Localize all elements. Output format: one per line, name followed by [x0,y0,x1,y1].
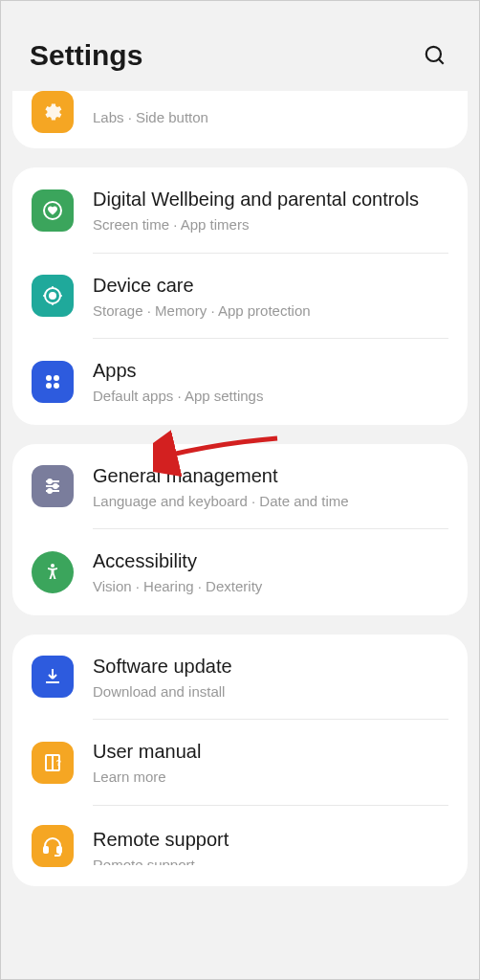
svg-point-15 [51,564,55,568]
item-subtitle: Download and install [93,682,448,702]
settings-item-digital-wellbeing[interactable]: Digital Wellbeing and parental controls … [12,167,468,254]
svg-rect-19 [44,847,48,853]
settings-section: Advanced features Labs · Side button [12,91,468,148]
settings-item-advanced-features[interactable]: Advanced features Labs · Side button [12,91,468,148]
manual-icon: ? [32,742,74,784]
device-care-icon [32,275,74,317]
settings-item-device-care[interactable]: Device care Storage · Memory · App prote… [12,254,468,340]
svg-rect-20 [57,847,61,853]
svg-line-1 [439,59,444,64]
svg-point-7 [46,383,52,389]
item-title: Accessibility [93,548,448,573]
svg-point-8 [54,383,59,389]
item-subtitle: Storage · Memory · App protection [93,301,448,321]
svg-point-14 [48,489,52,493]
gear-plus-icon [32,91,74,133]
settings-section: General management Language and keyboard… [12,444,468,615]
item-title: Apps [93,358,448,383]
svg-point-5 [46,375,52,381]
item-subtitle: Vision · Hearing · Dexterity [93,577,448,596]
settings-item-remote-support[interactable]: Remote support Remote support [12,806,468,886]
settings-item-accessibility[interactable]: Accessibility Vision · Hearing · Dexteri… [12,529,468,615]
page-title: Settings [30,39,142,72]
update-icon [32,656,74,698]
search-icon [423,43,447,68]
settings-item-apps[interactable]: Apps Default apps · App settings [12,339,468,425]
item-title: User manual [93,739,448,764]
item-subtitle: Learn more [93,768,448,787]
accessibility-icon [32,551,74,593]
sliders-icon [32,465,74,507]
item-title: Device care [93,273,448,298]
settings-section: Software update Download and install ? U… [12,635,468,886]
settings-item-general-management[interactable]: General management Language and keyboard… [12,444,468,530]
svg-point-4 [50,293,55,299]
search-button[interactable] [420,40,450,71]
item-title: Software update [93,654,448,679]
svg-text:?: ? [56,758,62,768]
settings-item-software-update[interactable]: Software update Download and install [12,635,468,721]
settings-header: Settings [1,1,479,91]
apps-icon [32,361,74,403]
settings-content: Advanced features Labs · Side button Dig… [1,91,479,886]
item-title: Remote support [93,827,448,852]
headset-icon [32,825,74,867]
item-subtitle: Labs · Side button [93,108,448,127]
heart-circle-icon [32,189,74,232]
svg-point-12 [54,484,57,488]
item-title: General management [93,463,448,488]
item-subtitle: Default apps · App settings [93,387,448,406]
settings-section: Digital Wellbeing and parental controls … [12,167,468,425]
svg-point-6 [54,375,59,381]
svg-point-10 [48,479,52,483]
item-subtitle: Language and keyboard · Date and time [93,492,448,511]
svg-point-0 [426,47,441,61]
item-subtitle: Screen time · App timers [93,215,448,234]
item-title: Digital Wellbeing and parental controls [93,187,448,212]
item-subtitle: Remote support [93,856,448,865]
settings-item-user-manual[interactable]: ? User manual Learn more [12,720,468,806]
